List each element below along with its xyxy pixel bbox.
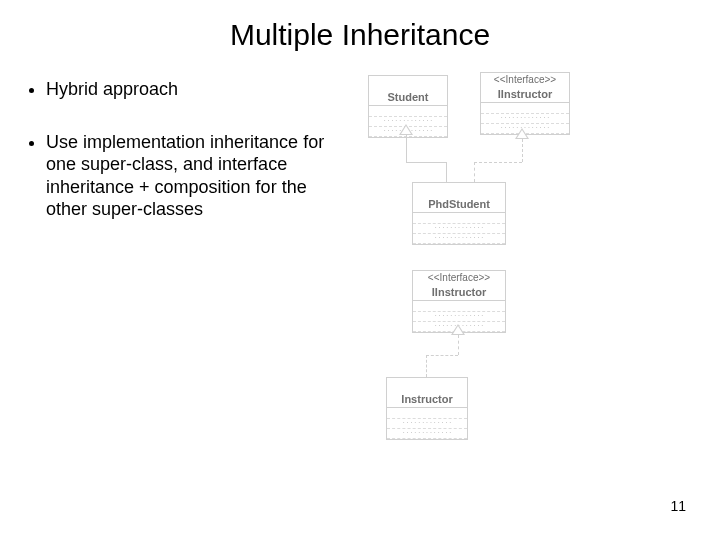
uml-empty-stereo [387,378,467,391]
uml-diagram: Student · · · · · · · · · · · · · · · · … [350,72,695,492]
inheritance-line [406,135,407,162]
uml-class-name: PhdStudent [413,196,505,212]
uml-stereotype: <<Interface>> [413,271,505,284]
uml-class-instructor: Instructor · · · · · · · · · · · · · · ·… [386,377,468,440]
uml-class-phdstudent: PhdStudent · · · · · · · · · · · · · · ·… [412,182,506,245]
realization-arrowhead-icon [515,128,529,139]
uml-empty-stereo [369,76,447,89]
uml-class-name: Instructor [387,391,467,407]
bullet-item-1: Hybrid approach [46,78,333,101]
inheritance-line [446,162,447,182]
uml-stereotype: <<Interface>> [481,73,569,86]
realization-line [522,139,523,162]
uml-class-name: IInstructor [413,284,505,300]
page-number: 11 [670,498,686,514]
realization-line [474,162,522,163]
inheritance-line [406,162,446,163]
inheritance-arrowhead-icon [399,124,413,135]
bullet-list: Hybrid approach Use implementation inher… [28,78,333,251]
slide-title: Multiple Inheritance [0,18,720,52]
bullet-item-2: Use implementation inheritance for one s… [46,131,333,221]
realization-line [426,355,458,356]
realization-line [474,162,475,182]
uml-interface-iinstructor-top: <<Interface>> IInstructor · · · · · · · … [480,72,570,135]
uml-class-name: Student [369,89,447,105]
slide: Multiple Inheritance Hybrid approach Use… [0,0,720,540]
uml-empty-stereo [413,183,505,196]
realization-line [458,335,459,355]
realization-line [426,355,427,377]
realization-arrowhead-icon [451,324,465,335]
uml-class-name: IInstructor [481,86,569,102]
